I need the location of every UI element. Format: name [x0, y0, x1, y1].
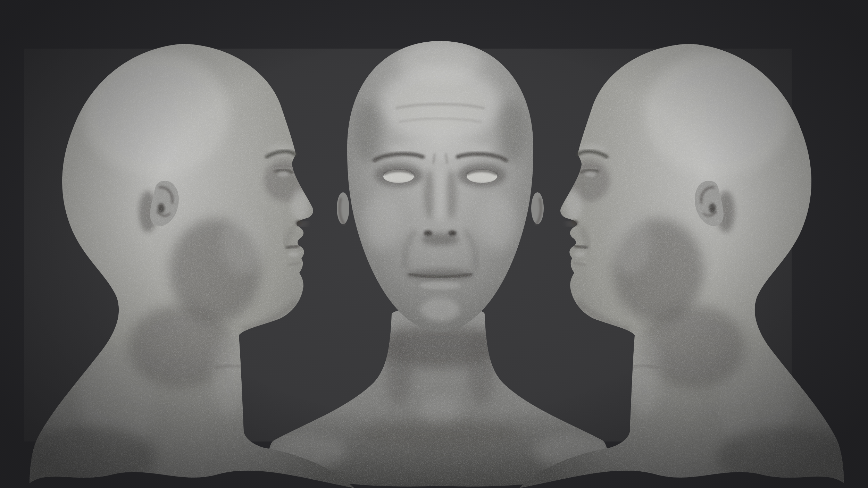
blurred-ui-chrome	[0, 0, 868, 488]
sculpting-app-window	[0, 0, 868, 488]
